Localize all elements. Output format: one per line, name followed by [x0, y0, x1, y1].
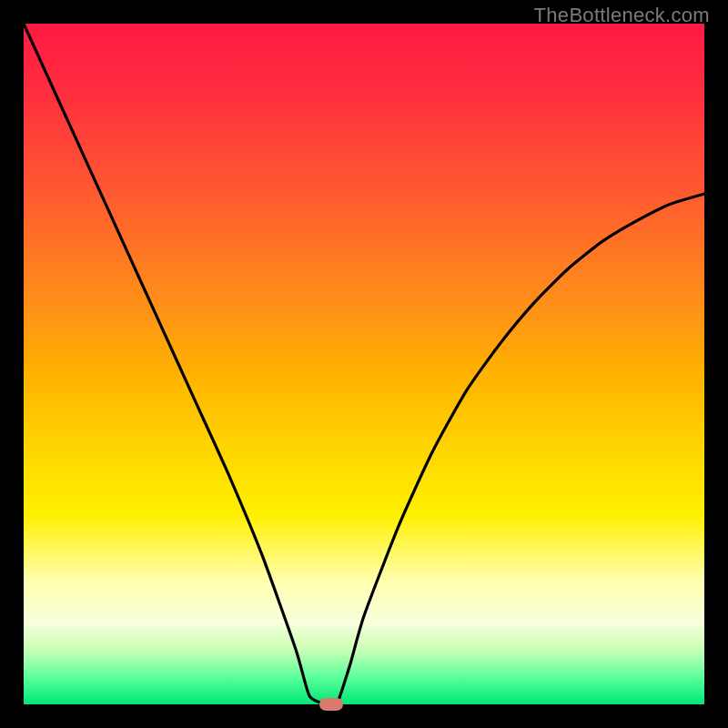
watermark-text: TheBottleneck.com — [534, 4, 710, 27]
plot-area — [24, 24, 704, 704]
bottleneck-curve — [24, 24, 704, 704]
optimal-marker — [319, 698, 343, 711]
chart-stage: TheBottleneck.com — [0, 0, 728, 728]
